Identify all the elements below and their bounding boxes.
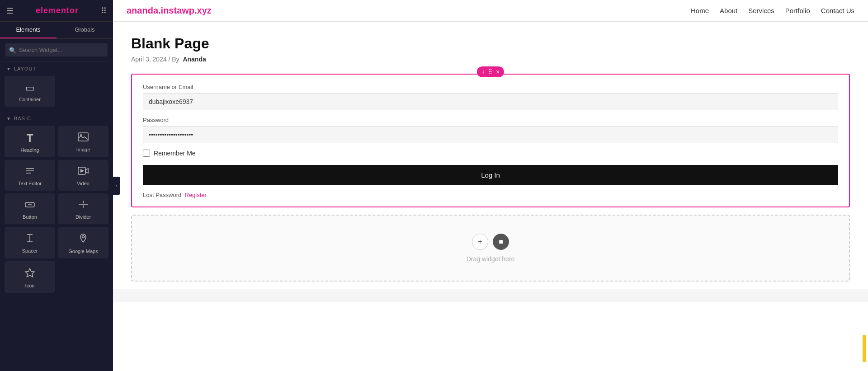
svg-point-1 [80,134,82,136]
sidebar: ☰ elementor ⠿ Elements Globals 🔍 ▼ Layou… [0,0,113,371]
video-label: Video [77,181,90,186]
heading-label: Heading [21,147,39,153]
google-maps-icon [78,233,89,246]
widget-container[interactable]: ▭ Container [5,76,55,107]
main-content: ananda.instawp.xyz Home About Services P… [113,0,868,371]
widget-heading[interactable]: T Heading [5,126,55,157]
button-label: Button [23,214,37,220]
widget-add-btn[interactable]: + [481,69,485,75]
chevron-down-icon-basic: ▼ [6,116,11,121]
button-icon [24,200,35,211]
bottom-strip [113,289,868,302]
svg-point-16 [82,236,85,238]
sidebar-search-area: 🔍 [0,39,113,61]
spacer-icon [24,234,35,245]
hamburger-icon[interactable]: ☰ [6,6,14,16]
sidebar-tabs: Elements Globals [0,22,113,39]
drop-zone-actions: + ■ [141,234,840,250]
spacer-label: Spacer [22,248,38,254]
layout-widget-grid: ▭ Container [0,74,113,111]
nav-about[interactable]: About [720,7,737,14]
login-button[interactable]: Log In [143,165,838,185]
search-icon: 🔍 [9,47,16,53]
icon-widget-icon [24,268,35,280]
lost-password-text[interactable]: Lost Password [143,192,181,198]
image-icon [78,132,89,144]
widget-icon[interactable]: Icon [5,261,55,293]
container-icon: ▭ [25,82,35,94]
svg-marker-17 [25,268,34,277]
text-editor-icon [24,166,35,178]
section-layout-header[interactable]: ▼ Layout [0,61,113,74]
heading-icon: T [27,132,33,145]
drop-zone-text: Drag widget here [141,255,840,263]
page-title: Blank Page [131,35,850,52]
section-basic-header[interactable]: ▼ Basic [0,111,113,124]
remember-row: Remember Me [143,150,838,157]
search-input[interactable] [5,43,108,56]
page-area: Blank Page April 3, 2024 / By Ananda + ⠿… [113,22,868,371]
google-maps-label: Google Maps [68,249,98,254]
drop-zone-template-btn[interactable]: ■ [493,234,509,250]
icon-label: Icon [25,283,35,288]
login-links: Lost Password Register [143,192,838,198]
chevron-left-icon: ‹ [116,183,117,188]
section-basic-label: Basic [14,116,31,121]
grid-icon[interactable]: ⠿ [101,6,107,16]
sidebar-collapse-handle[interactable]: ‹ [113,177,120,195]
tab-globals[interactable]: Globals [57,22,113,38]
widget-close-btn[interactable]: × [496,69,500,75]
nav-contact[interactable]: Contact Us [821,7,854,14]
password-input[interactable] [143,126,838,143]
yellow-accent [863,335,866,362]
login-widget: + ⠿ × Username or Email Password Remembe… [131,74,850,207]
nav-links: Home About Services Portfolio Contact Us [691,7,854,14]
widget-google-maps[interactable]: Google Maps [58,227,108,258]
site-title[interactable]: ananda.instawp.xyz [127,5,212,16]
tab-elements[interactable]: Elements [0,22,57,38]
widget-toolbar: + ⠿ × [477,66,504,77]
remember-checkbox[interactable] [143,150,150,157]
nav-home[interactable]: Home [691,7,709,14]
nav-portfolio[interactable]: Portfolio [785,7,810,14]
password-label: Password [143,117,838,123]
sidebar-header: ☰ elementor ⠿ [0,0,113,22]
drop-zone[interactable]: + ■ Drag widget here [131,215,850,282]
remember-label: Remember Me [154,150,196,157]
container-label: Container [19,97,41,102]
register-link[interactable]: Register [185,192,207,198]
widget-button[interactable]: Button [5,193,55,224]
widget-video[interactable]: Video [58,160,108,191]
basic-widget-grid: T Heading Image Text Editor Video Butt [0,124,113,297]
widget-spacer[interactable]: Spacer [5,227,55,258]
text-editor-label: Text Editor [18,181,42,186]
page-author: Ananda [183,56,206,63]
divider-label: Divider [75,214,91,220]
top-nav: ananda.instawp.xyz Home About Services P… [113,0,868,22]
divider-icon [78,200,89,211]
video-icon [78,166,89,178]
chevron-down-icon: ▼ [6,66,11,71]
username-input[interactable] [143,93,838,110]
page-meta: April 3, 2024 / By Ananda [131,56,850,63]
widget-image[interactable]: Image [58,126,108,157]
drop-zone-add-btn[interactable]: + [472,234,488,250]
brand-logo: elementor [36,6,79,15]
widget-divider[interactable]: Divider [58,193,108,224]
nav-services[interactable]: Services [748,7,774,14]
username-label: Username or Email [143,84,838,90]
widget-text-editor[interactable]: Text Editor [5,160,55,191]
svg-marker-6 [80,169,84,173]
image-label: Image [76,147,90,152]
section-layout-label: Layout [14,66,36,71]
widget-drag-handle[interactable]: ⠿ [488,68,493,75]
